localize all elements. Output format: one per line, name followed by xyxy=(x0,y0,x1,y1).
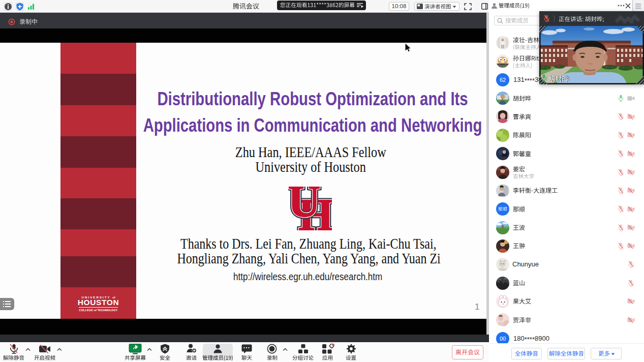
svg-text:U: U xyxy=(288,187,320,226)
